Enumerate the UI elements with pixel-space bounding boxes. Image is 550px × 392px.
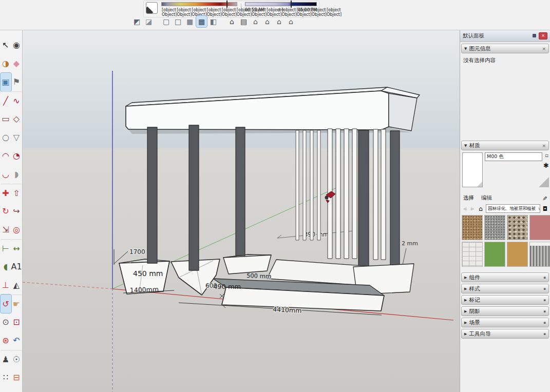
follow-me-tool[interactable]: ↪ (11, 202, 22, 221)
circle-tool[interactable]: ○ (1, 128, 11, 147)
tab-edit[interactable]: 编辑 (481, 194, 492, 202)
view-top-button[interactable]: ▤ (238, 16, 249, 27)
select-tool[interactable]: ↖ (1, 36, 11, 54)
view-left-button[interactable]: ⌂ (286, 16, 296, 27)
shadow-month-slider[interactable]: [object Object][object Object][object Ob… (161, 2, 237, 17)
text-tool[interactable]: A1 (11, 258, 22, 276)
section-instructor[interactable]: ▶ 工具向导 ▪ (461, 329, 549, 339)
section-options-icon[interactable]: ▪ (543, 309, 546, 313)
swatch-gravel-gray[interactable] (484, 215, 505, 240)
column-left-1[interactable] (147, 127, 157, 263)
month-slider-thumb[interactable] (226, 1, 227, 8)
time-slider-thumb[interactable] (291, 1, 292, 8)
material-name-field[interactable]: M00 色 (485, 152, 542, 161)
shadow-time-slider[interactable]: 06:55 AM 中午 05:00 PM (245, 2, 317, 13)
section-shadows[interactable]: ▶ 阴影 ▪ (461, 306, 549, 316)
collection-dropdown[interactable]: 园林绿化、地被层和植被 ∨ (486, 204, 540, 213)
section-components[interactable]: ▶ 组件 ▪ (461, 272, 549, 282)
section-plane-tool[interactable]: ⊟ (11, 368, 22, 387)
style-wireframe-button[interactable]: ▢ (161, 16, 172, 27)
dim-1400[interactable]: 1400mm (130, 285, 159, 294)
tab-select[interactable]: 选择 (463, 194, 474, 202)
polygon-tool[interactable]: ▽ (11, 128, 22, 147)
two-point-arc-tool[interactable]: ◡ (1, 165, 11, 184)
material-preview[interactable] (462, 152, 483, 187)
swatch-stone-tile[interactable] (462, 242, 483, 267)
swatch-pebbles[interactable] (507, 215, 528, 240)
dim-490[interactable]: 490 mm (213, 283, 241, 290)
move-tool[interactable]: ✚ (1, 184, 11, 202)
section-options-icon[interactable]: ▪ (543, 298, 546, 302)
dimension-tool[interactable]: ↔ (11, 239, 22, 258)
view-iso-button[interactable]: ⌂ (226, 16, 237, 27)
view-back-button[interactable]: ⌂ (274, 16, 285, 27)
tag-tool[interactable]: ⚑ (11, 73, 22, 91)
style-back-edges-button[interactable]: ◪ (143, 16, 154, 27)
orbit-tool[interactable]: ↺ (1, 295, 11, 313)
zoom-tool[interactable]: ⊙ (1, 313, 11, 331)
pergola-model[interactable]: 390 mm (119, 87, 420, 311)
line-tool[interactable]: ╱ (1, 91, 11, 110)
section-options-icon[interactable]: ▪ (543, 276, 546, 280)
style-shaded-textures-button[interactable]: ▩ (196, 16, 207, 27)
tray-title-bar[interactable]: 默认面板 × (460, 30, 550, 42)
freehand-tool[interactable]: ∿ (11, 91, 22, 110)
rotate-tool[interactable]: ↻ (1, 202, 11, 221)
view-right-button[interactable]: ⌂ (262, 16, 273, 27)
section-scenes[interactable]: ▶ 场景 ▪ (461, 318, 549, 327)
walk-tool[interactable]: ∷ (1, 368, 11, 387)
dim-500[interactable]: 500 mm (246, 272, 271, 280)
swatch-metal-fence[interactable] (529, 242, 550, 267)
dim-1700[interactable]: 1700 (129, 248, 145, 256)
eraser-tool[interactable]: ◆ (11, 54, 22, 73)
swatch-grass-green[interactable] (484, 242, 505, 267)
back-balusters[interactable] (296, 130, 320, 240)
front-balusters[interactable] (328, 129, 386, 260)
month-gradient-track[interactable] (161, 2, 237, 6)
zoom-extents-tool[interactable]: ⊛ (1, 331, 11, 350)
push-pull-tool[interactable]: ⇧ (11, 184, 22, 202)
tape-measure-tool[interactable]: ⊢ (1, 239, 11, 258)
rectangle-tool[interactable]: ▭ (1, 110, 11, 128)
home-icon[interactable]: ⌂ (477, 205, 484, 212)
arc-tool[interactable]: ◠ (1, 147, 11, 165)
view-front-button[interactable]: ⌂ (250, 16, 261, 27)
panel-resize-corner[interactable] (539, 177, 549, 187)
pan-tool[interactable]: ☛ (11, 295, 22, 313)
column-left-2[interactable] (189, 125, 199, 270)
dim-390[interactable]: 390 mm (304, 231, 329, 238)
dim-4410[interactable]: 4410mm (273, 305, 302, 315)
column-right-front[interactable] (358, 130, 369, 286)
swatch-gravel-brown[interactable] (462, 215, 483, 240)
dim-2mm[interactable]: 2 mm (402, 240, 418, 247)
previous-view-tool[interactable]: ↶ (11, 331, 22, 350)
back-icon[interactable]: ◃ (462, 205, 468, 212)
style-hidden-line-button[interactable]: □ (173, 16, 183, 27)
model-viewport[interactable]: 390 mm (22, 30, 460, 392)
offset-tool[interactable]: ◎ (11, 221, 22, 239)
footing-3-front[interactable] (223, 255, 271, 274)
time-gradient-track[interactable] (245, 2, 317, 6)
section-options-icon[interactable]: ▪ (543, 321, 546, 325)
materials-close-icon[interactable]: × (542, 143, 546, 148)
sample-paint-icon[interactable]: ✎ (541, 195, 548, 200)
tray-close-button[interactable]: × (539, 32, 547, 40)
slab-right-face[interactable] (389, 93, 417, 131)
entity-info-header[interactable]: ▼ 图元信息 × (461, 44, 549, 53)
column-right-rear[interactable] (390, 131, 400, 267)
shadow-settings-button[interactable] (146, 2, 158, 14)
style-monochrome-button[interactable]: ◧ (208, 16, 219, 27)
materials-header[interactable]: ▼ 材质 × (461, 141, 549, 150)
section-styles[interactable]: ▶ 样式 ▪ (461, 284, 549, 293)
style-xray-button[interactable]: ◩ (131, 16, 142, 27)
section-tags[interactable]: ▶ 标记 ▪ (461, 295, 549, 305)
look-around-tool[interactable]: ☉ (11, 350, 22, 368)
section-options-icon[interactable]: ▪ (543, 332, 546, 336)
3d-text-tool[interactable]: ◭ (11, 276, 22, 295)
scale-tool[interactable]: ⇲ (1, 221, 11, 239)
three-point-arc-tool[interactable]: ◗ (11, 165, 22, 184)
secondary-pane-icon[interactable]: ▫ (545, 152, 548, 158)
axes-tool[interactable]: ⊥ (1, 276, 11, 295)
paint-bucket-tool[interactable]: ◑ (1, 54, 11, 73)
entity-info-close-icon[interactable]: × (542, 46, 546, 51)
